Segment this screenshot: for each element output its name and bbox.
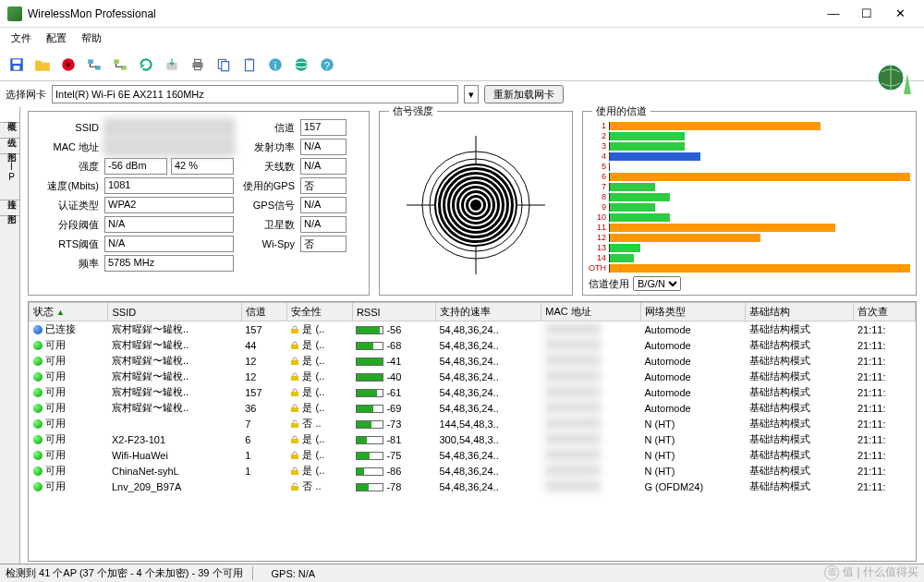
channel-bar-row: 6 (589, 172, 910, 181)
channel-mode-select[interactable]: B/G/N (633, 276, 681, 291)
adapter-dropdown-icon[interactable]: ▾ (464, 85, 479, 103)
col-first[interactable]: 首次查 (854, 303, 916, 321)
titlebar: WirelessMon Professional — ☐ ✕ (0, 0, 924, 28)
save-icon[interactable] (6, 54, 28, 76)
channel-bar-row: 14 (589, 253, 910, 262)
statusbar: 检测到 41 个AP (37 个加密 - 4 个未加密) - 39 个可用 GP… (0, 564, 924, 582)
table-row[interactable]: 可用宸村暒鍟〜罐梲..12 是 (..-4154,48,36,24..Autom… (30, 353, 916, 369)
col-infra[interactable]: 基础结构 (746, 303, 854, 321)
col-status[interactable]: 状态 ▲ (30, 303, 108, 321)
col-security[interactable]: 安全性 (286, 303, 352, 321)
mac-label: MAC 地址 (34, 140, 99, 154)
tab-ip[interactable]: IP 连接 (0, 154, 19, 200)
ap-table[interactable]: 状态 ▲ SSID 信道 安全性 RSSI 支持的速率 MAC 地址 网络类型 … (28, 301, 917, 562)
adapter-select[interactable] (52, 85, 458, 103)
table-row[interactable]: 可用宸村暒鍟〜罐梲..12 是 (..-4054,48,36,24..Autom… (30, 369, 916, 384)
wispy-label: Wi-Spy (239, 238, 295, 249)
help-icon[interactable]: ? (316, 54, 338, 76)
watermark: 值值 | 什么值得买 (824, 564, 918, 580)
channel-bar-row: 4 (589, 152, 910, 161)
channel-bar-row: 12 (589, 233, 910, 242)
channel-mode-label: 信道使用 (589, 277, 629, 291)
signal-panel: 信号强度 (379, 111, 573, 296)
menu-help[interactable]: 帮助 (74, 30, 109, 47)
clipboard-icon[interactable] (238, 54, 261, 76)
svg-rect-41 (291, 376, 298, 381)
copy-icon[interactable] (213, 54, 235, 76)
network2-icon[interactable] (109, 54, 131, 76)
speed-value: 1081 (104, 177, 234, 194)
frag-label: 分段阈值 (34, 218, 99, 232)
svg-rect-39 (291, 345, 298, 349)
folder-icon[interactable] (31, 54, 54, 76)
refresh-icon[interactable] (135, 54, 157, 76)
col-nettype[interactable]: 网络类型 (641, 303, 746, 321)
table-row[interactable]: 可用ChinaNet-syhL1 是 (..-8654,48,36,24..N … (30, 463, 916, 479)
freq-value: 5785 MHz (104, 255, 234, 272)
channel-label: 信道 (239, 121, 295, 135)
mac-value (104, 139, 234, 155)
col-channel[interactable]: 信道 (241, 303, 286, 321)
svg-rect-46 (291, 455, 298, 459)
about-icon[interactable]: i (264, 54, 286, 76)
toolbar: i ? (0, 48, 924, 81)
rts-value: N/A (104, 236, 234, 252)
table-row[interactable]: 可用7 否 ..-73144,54,48,3..N (HT)基础结构模式21:1… (30, 416, 916, 431)
table-row[interactable]: 可用X2-F23-1016 是 (..-81300,54,48,3..N (HT… (30, 431, 916, 447)
menu-config[interactable]: 配置 (39, 30, 74, 47)
channel-bar-row: 11 (589, 223, 910, 232)
strength-dbm: -56 dBm (104, 158, 167, 175)
tab-summary[interactable]: 概要 (0, 107, 19, 123)
sats-value: N/A (300, 216, 346, 233)
col-rates[interactable]: 支持的速率 (435, 303, 541, 321)
maximize-button[interactable]: ☐ (850, 1, 883, 27)
status-aps: 检测到 41 个AP (37 个加密 - 4 个未加密) - 39 个可用 (6, 566, 253, 580)
svg-rect-45 (291, 439, 298, 443)
minimize-button[interactable]: — (817, 1, 850, 27)
channel-bar-row: 3 (589, 141, 910, 151)
svg-rect-5 (88, 59, 93, 64)
gpsused-label: 使用的GPS (239, 179, 295, 193)
adapter-row: 选择网卡 ▾ 重新加载网卡 (0, 81, 924, 107)
window-title: WirelessMon Professional (28, 7, 817, 20)
tab-graph[interactable]: 图形 (0, 139, 19, 154)
col-mac[interactable]: MAC 地址 (541, 303, 641, 321)
channel-bar-row: 10 (589, 212, 910, 222)
status-gps: GPS: N/A (272, 568, 316, 579)
print-icon[interactable] (187, 54, 209, 76)
table-row[interactable]: 可用Lnv_209_B97A 否 ..-7854,48,36,24..G (OF… (30, 479, 916, 494)
table-row[interactable]: 可用宸村暒鍟〜罐梲..157 是 (..-6154,48,36,24..Auto… (30, 384, 916, 400)
reload-adapter-button[interactable]: 重新加载网卡 (484, 85, 564, 103)
menu-file[interactable]: 文件 (4, 30, 39, 47)
svg-point-4 (67, 62, 71, 67)
globe-small-icon[interactable] (290, 54, 312, 76)
channel-panel: 使用的信道 1234567891011121314OTH 信道使用 B/G/N (582, 111, 917, 296)
close-button[interactable]: ✕ (883, 1, 917, 27)
col-rssi[interactable]: RSSI (352, 303, 435, 321)
svg-point-19 (295, 58, 308, 71)
tab-offline[interactable]: 去线 (0, 123, 19, 139)
adapter-label: 选择网卡 (6, 88, 46, 102)
table-row[interactable]: 已连接宸村暒鍟〜罐梲..157 是 (..-5654,48,36,24..Aut… (30, 321, 916, 338)
table-row[interactable]: 可用Wifi-HuaWei1 是 (..-7554,48,36,24..N (H… (30, 447, 916, 463)
channel-value: 157 (300, 119, 346, 136)
strength-pct: 42 % (171, 158, 234, 175)
channel-bar-row: 2 (589, 131, 910, 140)
sats-label: 卫星数 (239, 218, 295, 232)
wispy-value: 否 (300, 236, 346, 252)
auth-label: 认证类型 (34, 199, 99, 212)
table-row[interactable]: 可用宸村暒鍟〜罐梲..44 是 (..-6854,48,36,24..Autom… (30, 337, 916, 353)
svg-rect-16 (248, 58, 252, 60)
channel-bar-row: 9 (589, 202, 910, 212)
channel-bar-row: 7 (589, 182, 910, 191)
export-icon[interactable] (161, 54, 183, 76)
info-panel: SSID 信道 157 MAC 地址 发射功率 N/A 强度 -56 dBm42… (28, 111, 370, 296)
col-ssid[interactable]: SSID (108, 303, 241, 321)
network1-icon[interactable] (83, 54, 105, 76)
ssid-value (104, 119, 234, 136)
table-row[interactable]: 可用宸村暒鍟〜罐梲..36 是 (..-6954,48,36,24..Autom… (30, 400, 916, 416)
record-icon[interactable] (57, 54, 79, 76)
tab-graph2[interactable]: 图形 (0, 200, 19, 216)
gpssig-label: GPS信号 (239, 199, 295, 212)
freq-label: 频率 (34, 257, 99, 271)
